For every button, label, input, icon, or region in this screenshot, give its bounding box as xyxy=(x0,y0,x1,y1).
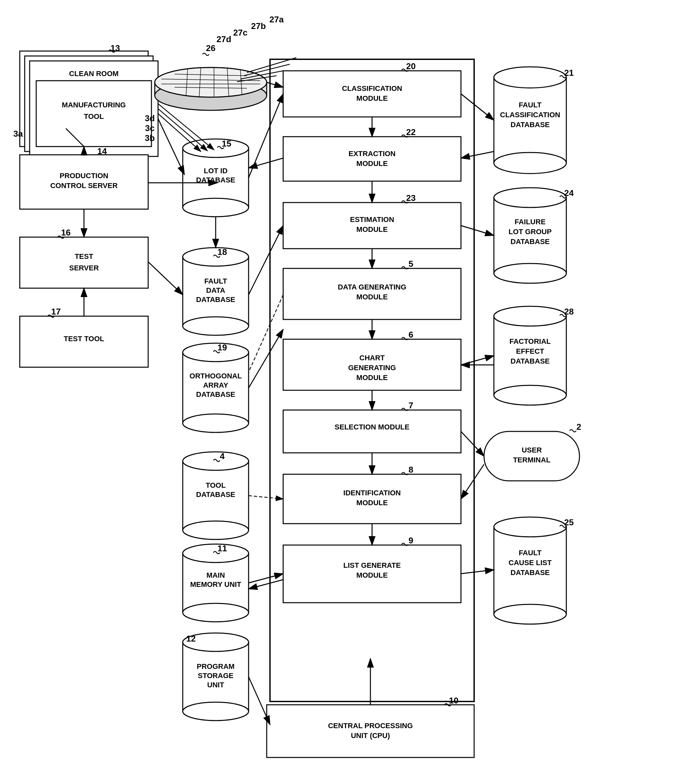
sel-label1: SELECTION MODULE xyxy=(334,423,409,431)
user-term-label1: USER xyxy=(522,446,542,454)
fault-data-label1: FAULT xyxy=(204,277,227,285)
factorial-db-bottom xyxy=(494,385,566,405)
num-2: 2 xyxy=(576,422,581,432)
num-8: 8 xyxy=(409,465,413,475)
tool-db-label1: TOOL xyxy=(206,481,226,489)
prog-storage-bottom xyxy=(183,702,249,721)
main-memory-top xyxy=(183,544,249,563)
arrow-faultdata-to-est xyxy=(249,225,283,295)
num-12: 12 xyxy=(186,634,196,644)
chart-gen-label2: GENERATING xyxy=(348,364,396,372)
num-7: 7 xyxy=(409,401,413,410)
list-gen-label1: LIST GENERATE xyxy=(344,561,401,570)
est-label1: ESTIMATION xyxy=(350,216,394,224)
prod-ctrl-label1: PRODUCTION xyxy=(59,172,108,180)
manufacturing-tool-label2: TOOL xyxy=(84,112,104,121)
fault-class-label3: DATABASE xyxy=(511,121,550,129)
num-27d: 27d xyxy=(217,34,231,44)
main-memory-label1: MAIN xyxy=(206,571,225,579)
data-gen-label2: MODULE xyxy=(356,293,387,301)
num-3a: 3a xyxy=(13,129,23,138)
prog-storage-label1: PROGRAM xyxy=(197,662,235,671)
cpu-label1: CENTRAL PROCESSING xyxy=(328,722,413,730)
factorial-label1: FACTORIAL xyxy=(509,337,551,346)
num-19: 19 xyxy=(218,343,227,352)
num-15: 15 xyxy=(222,138,231,148)
failure-lot-label2: LOT GROUP xyxy=(509,228,552,236)
num-3b: 3b xyxy=(145,133,155,143)
id-label1: IDENTIFICATION xyxy=(344,489,401,497)
test-server-box xyxy=(20,237,148,288)
arrow-sel-to-user xyxy=(461,431,484,456)
num-4: 4 xyxy=(220,451,225,461)
manufacturing-tool-label: MANUFACTURING xyxy=(62,101,126,109)
arrow-est-to-failurelot xyxy=(461,225,494,235)
arrow-class-to-lot xyxy=(249,158,283,168)
orthogonal-label1: ORTHOGONAL xyxy=(189,372,242,380)
test-server-label2: SERVER xyxy=(69,264,99,272)
prog-storage-label2: STORAGE xyxy=(198,671,233,680)
num-16: 16 xyxy=(61,228,71,237)
cpu-label2: UNIT (CPU) xyxy=(351,732,390,740)
fault-class-label2: CLASSIFICATION xyxy=(500,111,560,119)
arrow-datagen-to-orth xyxy=(249,295,283,372)
num-3d: 3d xyxy=(145,113,155,123)
num-25: 25 xyxy=(564,517,574,527)
prod-ctrl-label2: CONTROL SERVER xyxy=(50,182,118,190)
arrow-progstorage-to-cpu xyxy=(249,677,270,724)
num-27c: 27c xyxy=(233,28,247,37)
arrow-3c xyxy=(158,109,207,151)
class-label2: MODULE xyxy=(356,94,387,103)
arrow-cleanroom-to-lot xyxy=(158,119,185,175)
id-label2: MODULE xyxy=(356,499,387,507)
fault-class-db-bottom xyxy=(494,153,566,174)
num-6: 6 xyxy=(409,330,413,339)
arrow-tooldb-to-id-dashed xyxy=(249,496,283,499)
orthogonal-label3: DATABASE xyxy=(196,390,235,399)
num-24: 24 xyxy=(564,188,574,198)
factorial-db-top xyxy=(494,306,566,326)
arrow-listgen-to-faultcause xyxy=(461,570,494,574)
main-memory-label2: MEMORY UNIT xyxy=(190,580,241,589)
failure-lot-label3: DATABASE xyxy=(511,237,550,246)
arrow-wafer-to-class xyxy=(267,82,283,87)
num-23: 23 xyxy=(406,193,416,203)
num-17: 17 xyxy=(51,307,61,317)
lot-id-db-top xyxy=(183,139,249,158)
num-10: 10 xyxy=(449,695,459,705)
selection-box xyxy=(283,410,461,453)
extract-label1: EXTRACTION xyxy=(349,150,396,158)
fault-cause-label3: DATABASE xyxy=(511,568,550,577)
num-26: 26 xyxy=(206,43,216,53)
tool-db-bottom xyxy=(183,521,249,539)
orthogonal-db-top xyxy=(183,343,249,362)
num-3c: 3c xyxy=(145,123,155,133)
orthogonal-label2: ARRAY xyxy=(203,381,228,389)
num-18: 18 xyxy=(218,247,227,257)
arrow-orth-to-datagen xyxy=(249,329,283,388)
tool-db-top xyxy=(183,452,249,470)
prog-storage-label3: UNIT xyxy=(207,681,224,689)
fault-data-label2: DATA xyxy=(206,286,225,294)
user-term-label2: TERMINAL xyxy=(513,456,551,464)
data-gen-label1: DATA GENERATING xyxy=(338,283,406,291)
main-memory-bottom xyxy=(183,603,249,622)
fault-cause-label1: FAULT xyxy=(519,549,542,557)
arrow-faultclassdb-to-extract xyxy=(461,151,494,158)
failure-lot-db-top xyxy=(494,188,566,208)
num-5: 5 xyxy=(409,259,413,269)
factorial-db-body xyxy=(494,316,566,395)
chart-gen-label3: MODULE xyxy=(356,373,387,382)
test-tool-label1: TEST TOOL xyxy=(64,335,104,343)
arrow-test-to-faultdata xyxy=(148,262,183,295)
fault-class-label1: FAULT xyxy=(519,101,542,109)
orthogonal-db-bottom xyxy=(183,414,249,433)
extraction-box xyxy=(283,137,461,181)
clean-room-label: CLEAN ROOM xyxy=(69,69,119,78)
factorial-label3: DATABASE xyxy=(511,357,550,365)
arrow-chartgen-to-factorial xyxy=(461,356,494,365)
num-22: 22 xyxy=(406,127,416,137)
arrow-lot-to-class xyxy=(249,94,283,178)
fault-cause-db-bottom xyxy=(494,604,566,624)
fault-data-label3: DATABASE xyxy=(196,295,235,304)
